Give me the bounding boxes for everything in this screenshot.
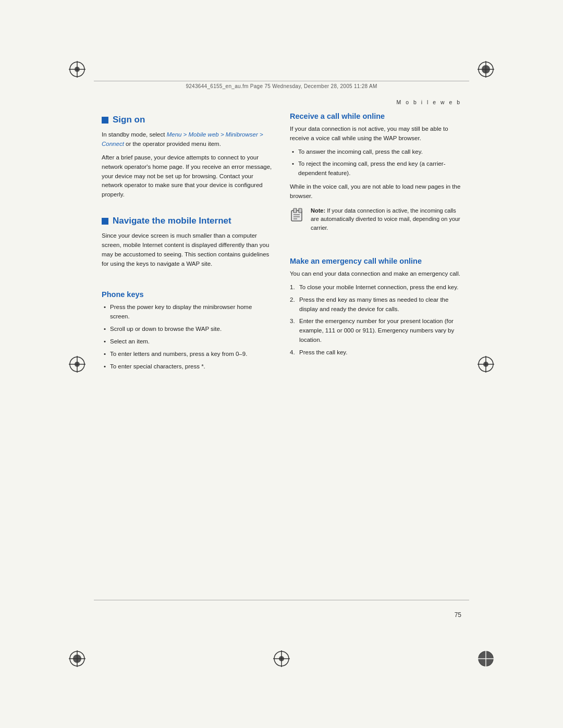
note-icon <box>290 207 305 223</box>
list-item: Press the power key to display the minib… <box>102 303 273 322</box>
emergency-call-section: Make an emergency call while online You … <box>290 246 461 362</box>
reg-mark-bottom-right <box>476 649 495 668</box>
phone-keys-heading: Phone keys <box>102 290 273 299</box>
receive-call-heading: Receive a call while online <box>290 112 461 120</box>
note-label: Note: <box>311 207 325 214</box>
list-item: To answer the incoming call, press the c… <box>290 147 461 157</box>
menu-link: Menu > Mobile web > Minibrowser > Connec… <box>102 131 263 147</box>
reg-mark-top-right <box>476 60 495 79</box>
reg-mark-left-mid <box>68 355 87 374</box>
file-bar: 9243644_6155_en_au.fm Page 75 Wednesday,… <box>94 81 469 89</box>
blue-square-icon <box>102 117 108 124</box>
reg-mark-bottom-center <box>272 649 291 668</box>
chapter-header: M o b i l e w e b <box>396 99 461 105</box>
emergency-call-heading: Make an emergency call while online <box>290 257 461 265</box>
note-box: Note: If your data connection is active,… <box>290 206 461 232</box>
page-number: 75 <box>455 611 461 619</box>
list-item: To enter special characters, press *. <box>102 362 273 372</box>
sign-on-heading: Sign on <box>102 114 273 125</box>
emergency-call-para: You can end your data connection and mak… <box>290 269 461 279</box>
list-item: 2.Press the end key as many times as nee… <box>290 295 461 314</box>
phone-keys-list: Press the power key to display the minib… <box>102 303 273 371</box>
list-item: 1.To close your mobile Internet connecti… <box>290 283 461 292</box>
list-item: 3.Enter the emergency number for your pr… <box>290 317 461 344</box>
blue-square-icon-2 <box>102 218 108 225</box>
emergency-steps-list: 1.To close your mobile Internet connecti… <box>290 283 461 357</box>
svg-rect-9 <box>293 208 297 213</box>
reg-mark-top-left <box>68 60 87 79</box>
receive-call-para2: While in the voice call, you are not abl… <box>290 182 461 201</box>
receive-call-bullets: To answer the incoming call, press the c… <box>290 147 461 178</box>
right-column: Receive a call while online If your data… <box>290 112 461 598</box>
sign-on-para2: After a brief pause, your device attempt… <box>102 153 273 200</box>
reg-mark-right-mid <box>476 355 495 374</box>
list-item: To reject the incoming call, press the e… <box>290 159 461 178</box>
list-item: 4.Press the call key. <box>290 348 461 357</box>
content-area: Sign on In standby mode, select Menu > M… <box>102 112 461 598</box>
sign-on-section: Sign on In standby mode, select Menu > M… <box>102 112 273 204</box>
list-item: Select an item. <box>102 337 273 347</box>
navigate-heading: Navigate the mobile Internet <box>102 215 273 226</box>
list-item: Scroll up or down to browse the WAP site… <box>102 325 273 334</box>
navigate-section: Navigate the mobile Internet Since your … <box>102 213 273 273</box>
sign-on-intro: In standby mode, select Menu > Mobile we… <box>102 130 273 149</box>
note-text: Note: If your data connection is active,… <box>311 206 461 232</box>
bottom-border <box>94 600 469 600</box>
navigate-para: Since your device screen is much smaller… <box>102 231 273 268</box>
list-item: To enter letters and numbers, press a ke… <box>102 350 273 359</box>
reg-mark-bottom-left <box>68 649 87 668</box>
svg-rect-10 <box>299 208 302 213</box>
page: 9243644_6155_en_au.fm Page 75 Wednesday,… <box>0 0 563 728</box>
receive-call-section: Receive a call while online If your data… <box>290 112 461 237</box>
left-column: Sign on In standby mode, select Menu > M… <box>102 112 273 598</box>
receive-call-para: If your data connection is not active, y… <box>290 125 461 143</box>
file-bar-text: 9243644_6155_en_au.fm Page 75 Wednesday,… <box>186 83 377 89</box>
phone-keys-section: Phone keys Press the power key to displa… <box>102 280 273 375</box>
